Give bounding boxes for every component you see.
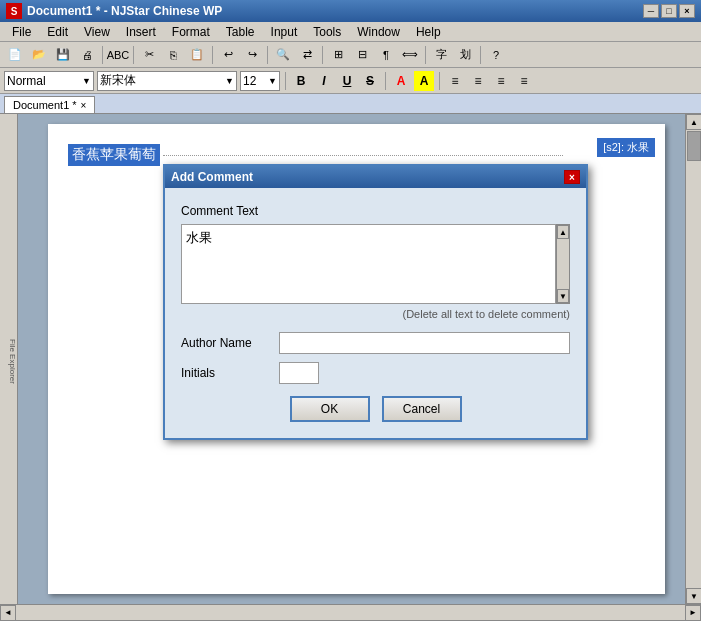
spell-check-button[interactable]: ABC [107,44,129,66]
minimize-button[interactable]: ─ [643,4,659,18]
copy-button[interactable]: ⎘ [162,44,184,66]
app-icon: S [6,3,22,19]
tab-bar: Document1 * × [0,94,701,114]
hscroll-track[interactable] [16,606,685,620]
menu-insert[interactable]: Insert [118,23,164,41]
tab-close-button[interactable]: × [81,100,87,111]
column-button[interactable]: ⊟ [351,44,373,66]
scroll-up-button[interactable]: ▲ [557,225,569,239]
sep1 [102,46,103,64]
menu-format[interactable]: Format [164,23,218,41]
size-selector[interactable]: 12 ▼ [240,71,280,91]
window-controls: ─ □ × [643,4,695,18]
help-btn[interactable]: ? [485,44,507,66]
initials-input[interactable] [279,362,319,384]
cancel-button[interactable]: Cancel [382,396,462,422]
menu-table[interactable]: Table [218,23,263,41]
menu-tools[interactable]: Tools [305,23,349,41]
format-button[interactable]: ⟺ [399,44,421,66]
font-value: 新宋体 [100,72,136,89]
stroke-button[interactable]: 划 [454,44,476,66]
initials-label: Initials [181,366,271,380]
align-center-button[interactable]: ≡ [468,71,488,91]
dialog-content: Comment Text ▲ ▼ (Delete all text to del… [165,188,586,438]
char-button[interactable]: 字 [430,44,452,66]
sep5 [322,46,323,64]
new-button[interactable]: 📄 [4,44,26,66]
sep7 [480,46,481,64]
hscroll-right-btn[interactable]: ► [685,605,701,621]
menu-bar: File Edit View Insert Format Table Input… [0,22,701,42]
comment-tag[interactable]: [s2]: 水果 [597,138,655,157]
align-left-button[interactable]: ≡ [445,71,465,91]
author-label: Author Name [181,336,271,350]
underline-button[interactable]: U [337,71,357,91]
right-scroll-thumb[interactable] [687,131,701,161]
hint-text: (Delete all text to delete comment) [181,308,570,320]
tab-label: Document1 * [13,99,77,111]
align-right-button[interactable]: ≡ [491,71,511,91]
font-color-button[interactable]: A [391,71,411,91]
document-area[interactable]: 香蕉苹果葡萄 [s2]: 水果 Add Comment × Comment Te… [18,114,685,604]
document-tab[interactable]: Document1 * × [4,96,95,113]
menu-view[interactable]: View [76,23,118,41]
redo-button[interactable]: ↪ [241,44,263,66]
menu-window[interactable]: Window [349,23,408,41]
print-button[interactable]: 🖨 [76,44,98,66]
hscroll-left-btn[interactable]: ◄ [0,605,16,621]
style-value: Normal [7,74,46,88]
author-row: Author Name [181,332,570,354]
ok-button[interactable]: OK [290,396,370,422]
menu-help[interactable]: Help [408,23,449,41]
right-scroll-track[interactable] [686,130,701,588]
size-value: 12 [243,74,256,88]
font-selector[interactable]: 新宋体 ▼ [97,71,237,91]
table-button[interactable]: ⊞ [327,44,349,66]
menu-edit[interactable]: Edit [39,23,76,41]
style-selector[interactable]: Normal ▼ [4,71,94,91]
document-content: 香蕉苹果葡萄 [68,144,160,166]
comment-textarea-wrapper: ▲ ▼ [181,224,570,304]
dialog-title: Add Comment [171,170,564,184]
title-bar: S Document1 * - NJStar Chinese WP ─ □ × [0,0,701,22]
bold-button[interactable]: B [291,71,311,91]
add-comment-dialog: Add Comment × Comment Text ▲ ▼ (Delete a… [163,164,588,440]
scroll-up-btn[interactable]: ▲ [686,114,701,130]
underline-area [163,155,563,156]
scroll-down-btn[interactable]: ▼ [686,588,701,604]
search-button[interactable]: 🔍 [272,44,294,66]
cut-button[interactable]: ✂ [138,44,160,66]
italic-button[interactable]: I [314,71,334,91]
left-panel-label: File Explorer [8,339,17,384]
align-justify-button[interactable]: ≡ [514,71,534,91]
scroll-track [557,239,569,289]
dialog-buttons: OK Cancel [181,396,570,422]
dialog-close-button[interactable]: × [564,170,580,184]
save-button[interactable]: 💾 [52,44,74,66]
sep6 [425,46,426,64]
undo-button[interactable]: ↩ [217,44,239,66]
comment-label: Comment Text [181,204,570,218]
author-input[interactable] [279,332,570,354]
highlight-button[interactable]: A [414,71,434,91]
main-area: File Explorer 香蕉苹果葡萄 [s2]: 水果 Add Commen… [0,114,701,604]
menu-file[interactable]: File [4,23,39,41]
pilcrow-button[interactable]: ¶ [375,44,397,66]
close-button[interactable]: × [679,4,695,18]
sep4 [267,46,268,64]
sep-color [385,72,386,90]
scroll-down-button[interactable]: ▼ [557,289,569,303]
paste-button[interactable]: 📋 [186,44,208,66]
right-scrollbar: ▲ ▼ [685,114,701,604]
replace-button[interactable]: ⇄ [296,44,318,66]
left-panel: File Explorer [0,114,18,604]
open-button[interactable]: 📂 [28,44,50,66]
maximize-button[interactable]: □ [661,4,677,18]
strikethrough-button[interactable]: S [360,71,380,91]
initials-row: Initials [181,362,570,384]
comment-scrollbar: ▲ ▼ [556,224,570,304]
size-dropdown-icon: ▼ [268,76,277,86]
comment-textarea[interactable] [181,224,556,304]
menu-input[interactable]: Input [263,23,306,41]
sep-fmt [285,72,286,90]
